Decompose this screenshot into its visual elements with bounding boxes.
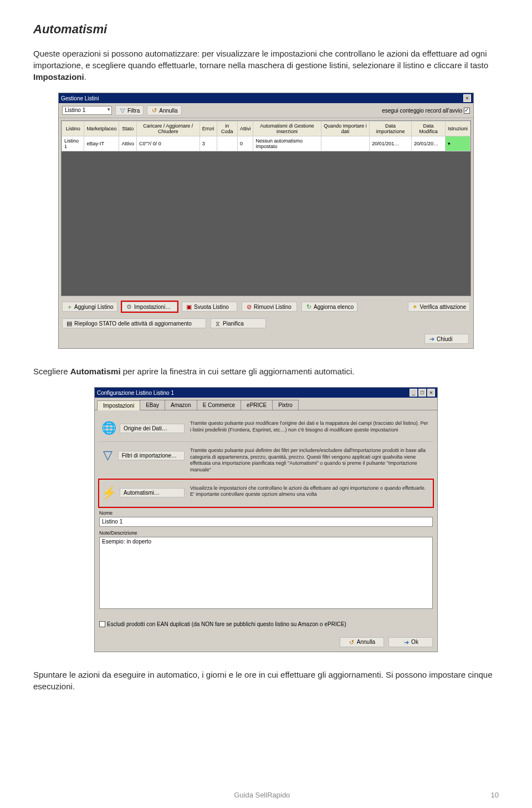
conteggio-label: esegui conteggio record all'avvio	[382, 108, 462, 114]
rimuovi-label: Rimuovi Listino	[254, 304, 291, 310]
annulla-button[interactable]: ↺Annulla	[340, 637, 384, 647]
col-errori[interactable]: Errori	[200, 121, 217, 136]
close-row: ➔Chiudi	[59, 332, 473, 348]
col-attivi[interactable]: Attivi	[237, 121, 253, 136]
para2-bold: Automatismi	[70, 367, 121, 376]
cell-stato: Attivo	[119, 136, 137, 151]
refresh-icon: ↻	[305, 303, 312, 310]
cell-marketplace: eBay-IT	[84, 136, 119, 151]
tab-ecommerce[interactable]: E Commerce	[197, 400, 241, 410]
col-data-imp[interactable]: Data importazione	[370, 121, 412, 136]
schedule-icon: ⧖	[214, 320, 221, 327]
aggiorna-elenco-button[interactable]: ↻Aggiorna elenco	[301, 302, 357, 312]
tab-pixtro[interactable]: Pixtro	[272, 400, 299, 410]
origine-dati-desc: Tramite questo pulsante puoi modificare …	[190, 420, 431, 433]
chiudi-button[interactable]: ➔Chiudi	[424, 334, 469, 344]
minimize-icon[interactable]: _	[410, 389, 417, 397]
cell-caricare: C0"?/ 0/ 0	[136, 136, 200, 151]
annulla-label-2: Annulla	[357, 639, 375, 645]
tab-ebay[interactable]: EBay	[140, 400, 165, 410]
verifica-label: Verifica attivazione	[420, 304, 466, 310]
filter-icon: ▽	[119, 107, 126, 114]
col-marketplace[interactable]: Marketplaceo	[84, 121, 119, 136]
automatismi-button[interactable]: Automatismi…	[120, 488, 185, 497]
pianifica-button[interactable]: ⧖Pianifica	[211, 318, 266, 328]
window-title-2: Configurazione Listino Listino 1	[97, 390, 174, 396]
filtra-button[interactable]: ▽Filtra	[115, 105, 144, 115]
footer-page-number: 10	[491, 791, 499, 799]
filtri-importazione-button[interactable]: Filtri di importazione…	[118, 451, 185, 460]
nome-field-block: Nome Listino 1	[99, 510, 433, 527]
nome-input[interactable]: Listino 1	[99, 517, 433, 527]
col-stato[interactable]: Stato	[119, 121, 137, 136]
col-listino[interactable]: Listino	[62, 121, 84, 136]
section-title: Automatismi	[33, 22, 499, 37]
cell-errori: 3	[200, 136, 217, 151]
ok-icon: ➔	[403, 639, 410, 646]
aggiorna-label: Aggiorna elenco	[314, 304, 354, 310]
pianifica-label: Pianifica	[223, 321, 244, 327]
note-textarea[interactable]: Esempio: in doperto	[99, 537, 433, 609]
filtri-desc: Tramite questo pulsante puoi definire de…	[190, 448, 431, 474]
ean-checkbox[interactable]: Escludi prodotti con EAN duplicati (da N…	[99, 621, 346, 627]
col-istruzioni[interactable]: Istruzioni	[445, 121, 470, 136]
close-icon-2[interactable]: ×	[427, 389, 435, 397]
col-data-mod[interactable]: Data Modifica	[412, 121, 446, 136]
origine-dati-button[interactable]: Origine dei Dati…	[120, 424, 185, 433]
plus-icon: ＋	[66, 303, 73, 310]
riepilogo-label: Riepilogo STATO delle attività di aggior…	[74, 321, 192, 327]
automatismi-icon: ⚡	[101, 485, 116, 501]
window-title: Gestione Listini	[61, 95, 99, 101]
listino-combo[interactable]: Listino 1	[62, 106, 112, 115]
trash-icon: ▣	[186, 303, 192, 310]
conteggio-checkbox[interactable]: esegui conteggio record all'avvio	[382, 108, 470, 114]
aggiungi-listino-button[interactable]: ＋Aggiungi Listino	[62, 302, 117, 312]
col-automatismi[interactable]: Automatismi di Gestione inserzioni	[253, 121, 321, 136]
screenshot-configurazione: Configurazione Listino Listino 1 _ □ × I…	[94, 387, 438, 652]
note-label: Note/Descrizione	[99, 530, 433, 536]
checkbox-icon	[464, 108, 470, 114]
row-automatismi: ⚡ Automatismi… Visualizza le impostazion…	[99, 480, 433, 507]
riepilogo-button[interactable]: ▤Riepilogo STATO delle attività di aggio…	[62, 318, 206, 328]
annulla-filtro-button[interactable]: ↺Annulla	[147, 105, 181, 115]
note-field-block: Note/Descrizione Esempio: in doperto	[99, 530, 433, 609]
screenshot-gestione-listini: Gestione Listini × Listino 1 ▽Filtra ↺An…	[58, 93, 474, 349]
automatismi-desc: Visualizza le impostazioni che controlla…	[190, 485, 431, 498]
row-origine-dati: 🌐 Origine dei Dati… Tramite questo pulsa…	[99, 415, 433, 442]
verifica-attivazione-button[interactable]: ✶Verifica attivazione	[408, 302, 470, 312]
gear-icon: ⚙	[126, 303, 132, 310]
ok-label: Ok	[411, 639, 418, 645]
paragraph-2: Scegliere Automatismi per aprire la fine…	[33, 365, 499, 377]
window-controls-2: _ □ ×	[410, 389, 435, 397]
svuota-listino-button[interactable]: ▣Svuota Listino	[182, 302, 237, 312]
cell-data-mod: 20/01/20…	[412, 136, 446, 151]
impostazioni-button[interactable]: ⚙Impostazioni…	[122, 302, 177, 312]
svuota-label: Svuota Listino	[194, 304, 229, 310]
rimuovi-listino-button[interactable]: ⊘Rimuovi Listino	[242, 302, 297, 312]
titlebar-2: Configurazione Listino Listino 1 _ □ ×	[95, 388, 437, 398]
config-tabs: Impostazioni EBay Amazon E Commerce ePRI…	[95, 398, 437, 410]
table-row[interactable]: Listino 1 eBay-IT Attivo C0"?/ 0/ 0 3 0 …	[62, 136, 470, 151]
col-caricare[interactable]: Caricare / Aggiornare / Chiudere	[136, 121, 200, 136]
para2-text-c: per aprire la finestra in cui settare gl…	[121, 367, 355, 376]
button-row-2: ▤Riepilogo STATO delle attività di aggio…	[59, 315, 473, 332]
para1-text-a: Queste operazioni si possono automatizza…	[33, 49, 488, 70]
tab-impostazioni[interactable]: Impostazioni	[97, 400, 140, 410]
tab-amazon[interactable]: Amazon	[165, 400, 197, 410]
listini-grid: Listino Marketplaceo Stato Caricare / Ag…	[61, 120, 471, 296]
col-quando[interactable]: Quando Importare i dati	[321, 121, 370, 136]
cell-listino: Listino 1	[62, 136, 84, 151]
window-controls: ×	[463, 94, 471, 102]
cell-istruzioni[interactable]: ▾	[445, 136, 470, 151]
col-coda[interactable]: in Coda	[217, 121, 237, 136]
chevron-down-icon: ▾	[448, 141, 451, 146]
row-filtri: ▽ Filtri di importazione… Tramite questo…	[99, 442, 433, 480]
grid-header-row: Listino Marketplaceo Stato Caricare / Ag…	[62, 121, 470, 136]
config-bottom-buttons: ↺Annulla ➔Ok	[95, 633, 437, 652]
tab-eprice[interactable]: ePRICE	[241, 400, 273, 410]
footer-title: Guida SellRapido	[234, 791, 290, 799]
ok-button[interactable]: ➔Ok	[388, 637, 433, 647]
close-icon[interactable]: ×	[463, 94, 471, 102]
titlebar: Gestione Listini ×	[59, 93, 473, 103]
maximize-icon[interactable]: □	[418, 389, 426, 397]
